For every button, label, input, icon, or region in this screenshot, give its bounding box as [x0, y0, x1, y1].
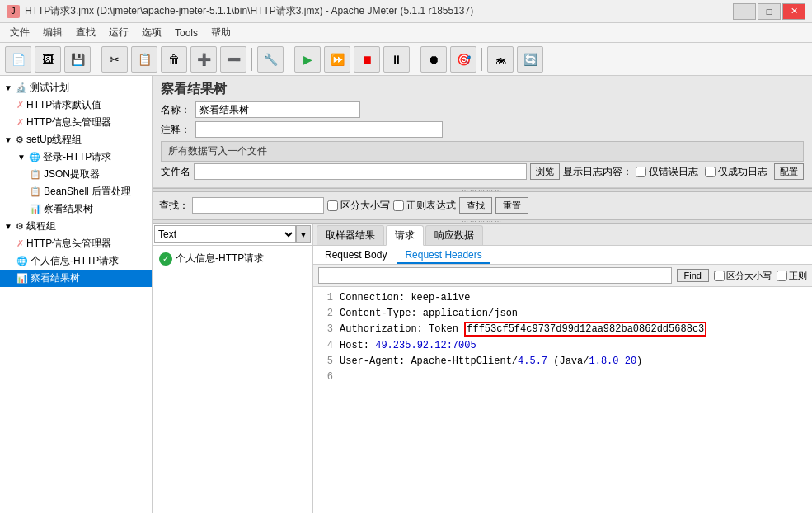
app-icon: J: [7, 5, 20, 18]
comment-input[interactable]: [195, 121, 443, 138]
line-num-5: 5: [320, 354, 333, 369]
toolbar-new[interactable]: 📄: [5, 46, 31, 73]
error-only-label[interactable]: 仅错误日志: [636, 165, 698, 179]
close-button[interactable]: ✕: [782, 3, 805, 20]
tree-item-view-results2[interactable]: 📊 察看结果树: [0, 270, 152, 287]
log-content-label: 显示日志内容：: [563, 165, 632, 179]
toggle-login-request[interactable]: ▼: [16, 153, 26, 162]
req-regex-label[interactable]: 正则: [777, 270, 807, 282]
java-version: 1.8.0_20: [589, 355, 636, 367]
results-left-panel: Text ▼ ✓ 个人信息-HTTP请求: [153, 224, 313, 513]
window-controls: ─ □ ✕: [733, 3, 805, 20]
line-num-4: 4: [320, 338, 333, 354]
req-case-label[interactable]: 区分大小写: [714, 270, 772, 282]
tree-item-thread-group[interactable]: ▼ ⚙ 线程组: [0, 218, 152, 235]
tree-item-http-header-mgr2[interactable]: ✗ HTTP信息头管理器: [0, 235, 152, 252]
menu-options[interactable]: 选项: [135, 24, 168, 41]
menu-help[interactable]: 帮助: [204, 24, 237, 41]
menu-run[interactable]: 运行: [102, 24, 135, 41]
tree-item-view-results1[interactable]: 📊 察看结果树: [0, 200, 152, 218]
browse-button[interactable]: 浏览: [530, 163, 560, 180]
tree-item-json-extractor[interactable]: 📋 JSON提取器: [0, 166, 152, 183]
tree-item-http-default[interactable]: ✗ HTTP请求默认值: [0, 96, 152, 114]
toolbar-remote[interactable]: 🏍: [487, 46, 514, 73]
toolbar-cut[interactable]: ✂: [101, 46, 128, 73]
toolbar-settings[interactable]: 🔧: [257, 46, 284, 73]
menu-find[interactable]: 查找: [69, 24, 102, 41]
file-label: 文件名: [161, 165, 190, 179]
toggle-thread-group[interactable]: ▼: [3, 222, 13, 231]
tree-item-test-plan[interactable]: ▼ 🔬 测试计划: [0, 79, 152, 96]
file-row: 文件名 浏览 显示日志内容： 仅错误日志 仅成功日志 配置: [161, 163, 804, 180]
toolbar-stop[interactable]: ⏹: [354, 46, 380, 73]
toolbar-help[interactable]: 🔄: [517, 46, 543, 73]
main-tabs: 取样器结果 请求 响应数据: [313, 224, 812, 246]
tab-request[interactable]: 请求: [386, 225, 424, 246]
toolbar-start[interactable]: ▶: [294, 46, 321, 73]
checkbox-row: 仅错误日志 仅成功日志 配置: [636, 163, 804, 180]
req-case-checkbox[interactable]: [714, 271, 725, 281]
result-label: 个人信息-HTTP请求: [176, 252, 264, 266]
toolbar-open[interactable]: 🖼: [35, 46, 61, 73]
results-dropdown-row: Text ▼: [153, 224, 312, 246]
req-find-button[interactable]: Find: [677, 269, 709, 282]
right-panel: 察看结果树 名称： 注释： 所有数据写入一个文件 文件名 浏览 显示日志内容：: [153, 76, 812, 513]
name-label: 名称：: [161, 103, 190, 117]
req-regex-checkbox[interactable]: [777, 271, 787, 281]
req-search-input[interactable]: [318, 267, 672, 284]
result-item[interactable]: ✓ 个人信息-HTTP请求: [156, 249, 309, 268]
tab-response-data[interactable]: 响应数据: [425, 225, 483, 245]
menu-edit[interactable]: 编辑: [36, 24, 69, 41]
toggle-setup-group[interactable]: ▼: [3, 135, 13, 144]
toolbar-save[interactable]: 💾: [64, 46, 91, 73]
panel-header: 察看结果树 名称： 注释： 所有数据写入一个文件 文件名 浏览 显示日志内容：: [153, 76, 812, 188]
error-only-checkbox[interactable]: [636, 167, 646, 177]
case-sensitive-checkbox[interactable]: [327, 200, 338, 211]
result-status-icon: ✓: [159, 252, 172, 266]
case-sensitive-label[interactable]: 区分大小写: [327, 199, 390, 213]
line-content-5: User-Agent: Apache-HttpClient/4.5.7 (Jav…: [340, 354, 642, 369]
toolbar-clear[interactable]: ⏺: [420, 46, 447, 73]
toggle-test-plan[interactable]: ▼: [3, 83, 13, 92]
request-toolbar: Find 区分大小写 正则: [313, 265, 812, 287]
code-line-4: 4 Host: 49.235.92.12:7005: [320, 338, 805, 354]
toolbar-sep1: [96, 48, 96, 71]
toolbar-delete[interactable]: 🗑: [161, 46, 187, 73]
success-only-label[interactable]: 仅成功日志: [705, 165, 767, 179]
search-input[interactable]: [192, 197, 324, 214]
toolbar-clear-all[interactable]: 🎯: [450, 46, 476, 73]
regex-checkbox[interactable]: [393, 200, 404, 211]
line-content-2: Content-Type: application/json: [340, 306, 518, 322]
toolbar-start-no-pause[interactable]: ⏩: [324, 46, 350, 73]
toolbar-shutdown[interactable]: ⏸: [383, 46, 410, 73]
tree-item-beanshell-post[interactable]: 📋 BeanShell 后置处理: [0, 183, 152, 200]
toolbar-sep4: [415, 48, 415, 71]
tree-item-setup-group[interactable]: ▼ ⚙ setUp线程组: [0, 131, 152, 148]
window-title: HTTP请求3.jmx (D:\jmeter\apache-jmeter-5.1…: [25, 4, 473, 18]
toolbar-remove[interactable]: ➖: [220, 46, 246, 73]
sub-tab-request-body[interactable]: Request Body: [317, 247, 395, 264]
tree-item-personal-request[interactable]: 🌐 个人信息-HTTP请求: [0, 252, 152, 270]
file-input[interactable]: [194, 163, 527, 180]
tab-sampler-result[interactable]: 取样器结果: [317, 225, 384, 245]
maximize-button[interactable]: □: [758, 3, 781, 20]
name-row: 名称：: [161, 101, 804, 118]
menu-tools[interactable]: Tools: [168, 26, 204, 40]
menu-file[interactable]: 文件: [3, 24, 36, 41]
tree-item-http-header-mgr[interactable]: ✗ HTTP信息头管理器: [0, 114, 152, 131]
toolbar-copy[interactable]: 📋: [131, 46, 157, 73]
config-button[interactable]: 配置: [774, 163, 804, 180]
toolbar-add[interactable]: ➕: [190, 46, 217, 73]
results-area: Text ▼ ✓ 个人信息-HTTP请求 取样器结果 请求 响应数据: [153, 224, 812, 513]
dropdown-arrow-icon[interactable]: ▼: [296, 225, 311, 243]
success-only-checkbox[interactable]: [705, 167, 716, 177]
reset-button[interactable]: 重置: [495, 197, 528, 214]
sub-tab-request-headers[interactable]: Request Headers: [397, 247, 490, 264]
name-input[interactable]: [195, 101, 360, 118]
view-mode-select[interactable]: Text: [154, 225, 296, 243]
regex-label[interactable]: 正则表达式: [393, 199, 456, 213]
line-content-3: Authorization: Token fff53cf5f4c9737d99d…: [340, 322, 706, 337]
tree-item-login-request[interactable]: ▼ 🌐 登录-HTTP请求: [0, 148, 152, 166]
find-button[interactable]: 查找: [459, 197, 492, 214]
minimize-button[interactable]: ─: [733, 3, 756, 20]
